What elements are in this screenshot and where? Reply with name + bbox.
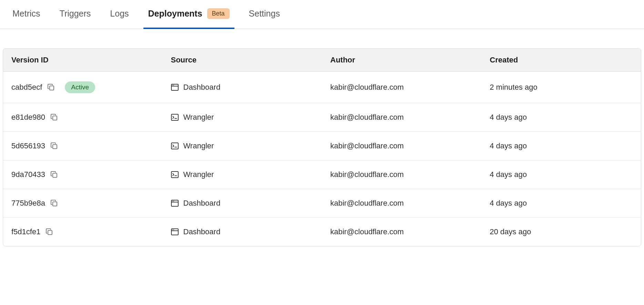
cell-author: kabir@cloudflare.com: [322, 103, 482, 131]
source-label: Dashboard: [183, 199, 221, 208]
created-time: 4 days ago: [490, 141, 527, 150]
tab-label: Metrics: [12, 9, 40, 19]
cell-version: e81de980: [3, 103, 163, 131]
tabs-nav: MetricsTriggersLogsDeploymentsBetaSettin…: [0, 0, 644, 29]
source-label: Dashboard: [183, 227, 221, 236]
cell-created: 4 days ago: [482, 132, 641, 160]
version-id: cabd5ecf: [11, 83, 42, 92]
table-row[interactable]: 775b9e8aDashboardkabir@cloudflare.com4 d…: [3, 189, 641, 218]
cell-source: Dashboard: [163, 189, 322, 217]
column-header-created: Created: [482, 49, 641, 71]
cell-version: cabd5ecfActive: [3, 72, 163, 103]
copy-icon: [51, 171, 58, 178]
version-id: 5d656193: [11, 141, 45, 150]
cell-created: 2 minutes ago: [482, 72, 641, 103]
source-label: Wrangler: [183, 141, 214, 150]
version-id: e81de980: [11, 113, 45, 122]
tab-triggers[interactable]: Triggers: [60, 0, 91, 28]
column-header-source: Source: [163, 49, 322, 71]
created-time: 4 days ago: [490, 170, 527, 179]
created-time: 2 minutes ago: [490, 83, 537, 92]
tab-deployments[interactable]: DeploymentsBeta: [148, 0, 230, 29]
cell-created: 20 days ago: [482, 218, 641, 246]
copy-icon: [48, 84, 54, 91]
copy-button[interactable]: [51, 114, 58, 121]
cell-created: 4 days ago: [482, 103, 641, 131]
cell-author: kabir@cloudflare.com: [322, 218, 482, 246]
copy-button[interactable]: [51, 142, 58, 149]
author-email: kabir@cloudflare.com: [330, 199, 404, 208]
cell-version: 5d656193: [3, 132, 163, 160]
cell-author: kabir@cloudflare.com: [322, 160, 482, 189]
browser-icon: [171, 199, 179, 207]
copy-icon: [51, 200, 58, 207]
cell-source: Dashboard: [163, 218, 322, 246]
copy-icon: [51, 142, 58, 149]
copy-icon: [51, 114, 58, 121]
copy-button[interactable]: [51, 200, 58, 207]
deployments-table: Version ID Source Author Created cabd5ec…: [3, 48, 641, 246]
version-id: 9da70433: [11, 170, 45, 179]
cell-source: Wrangler: [163, 103, 322, 131]
column-header-author: Author: [322, 49, 482, 71]
browser-icon: [171, 83, 179, 91]
cell-version: 9da70433: [3, 160, 163, 189]
tab-logs[interactable]: Logs: [110, 0, 129, 28]
tab-label: Logs: [110, 9, 129, 19]
author-email: kabir@cloudflare.com: [330, 227, 404, 236]
table-row[interactable]: f5d1cfe1Dashboardkabir@cloudflare.com20 …: [3, 218, 641, 246]
cell-author: kabir@cloudflare.com: [322, 189, 482, 217]
terminal-icon: [171, 142, 179, 150]
copy-button[interactable]: [48, 84, 54, 91]
cell-author: kabir@cloudflare.com: [322, 72, 482, 103]
table-row[interactable]: cabd5ecfActiveDashboardkabir@cloudflare.…: [3, 72, 641, 103]
browser-icon: [171, 228, 179, 236]
source-label: Dashboard: [183, 83, 221, 92]
tab-settings[interactable]: Settings: [249, 0, 280, 28]
tab-metrics[interactable]: Metrics: [12, 0, 40, 28]
copy-icon: [46, 228, 53, 235]
cell-author: kabir@cloudflare.com: [322, 132, 482, 160]
author-email: kabir@cloudflare.com: [330, 113, 404, 122]
copy-button[interactable]: [46, 228, 53, 235]
copy-button[interactable]: [51, 171, 58, 178]
beta-badge: Beta: [207, 8, 230, 19]
terminal-icon: [171, 171, 179, 178]
version-id: 775b9e8a: [11, 199, 45, 208]
cell-created: 4 days ago: [482, 189, 641, 217]
terminal-icon: [171, 114, 179, 121]
source-label: Wrangler: [183, 170, 214, 179]
tab-label: Settings: [249, 9, 280, 19]
cell-source: Wrangler: [163, 132, 322, 160]
cell-created: 4 days ago: [482, 160, 641, 189]
created-time: 4 days ago: [490, 199, 527, 208]
cell-source: Dashboard: [163, 72, 322, 103]
column-header-version: Version ID: [3, 49, 163, 71]
cell-version: 775b9e8a: [3, 189, 163, 217]
table-row[interactable]: 9da70433Wranglerkabir@cloudflare.com4 da…: [3, 160, 641, 189]
cell-version: f5d1cfe1: [3, 218, 163, 246]
created-time: 20 days ago: [490, 227, 531, 236]
cell-source: Wrangler: [163, 160, 322, 189]
table-row[interactable]: e81de980Wranglerkabir@cloudflare.com4 da…: [3, 103, 641, 132]
active-badge: Active: [65, 81, 95, 93]
version-id: f5d1cfe1: [11, 227, 40, 236]
table-header-row: Version ID Source Author Created: [3, 49, 641, 72]
tab-label: Triggers: [60, 9, 91, 19]
author-email: kabir@cloudflare.com: [330, 83, 404, 92]
source-label: Wrangler: [183, 113, 214, 122]
author-email: kabir@cloudflare.com: [330, 170, 404, 179]
table-row[interactable]: 5d656193Wranglerkabir@cloudflare.com4 da…: [3, 132, 641, 160]
created-time: 4 days ago: [490, 113, 527, 122]
tab-label: Deployments: [148, 9, 202, 19]
author-email: kabir@cloudflare.com: [330, 141, 404, 150]
